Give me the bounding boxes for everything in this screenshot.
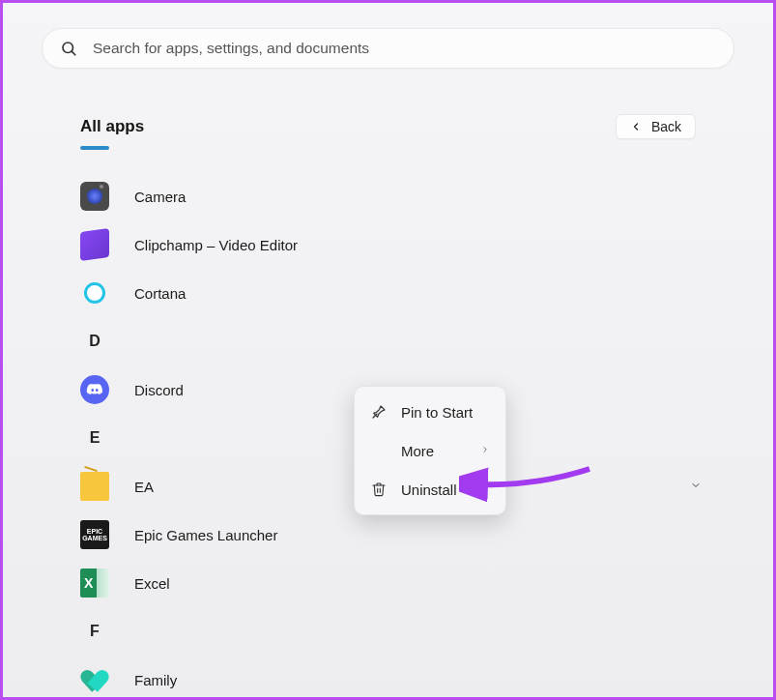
app-excel[interactable]: X Excel <box>80 559 696 607</box>
app-camera[interactable]: Camera <box>80 172 696 220</box>
context-menu: Pin to Start More Uninstall <box>354 386 506 515</box>
letter-f-icon: F <box>80 617 109 646</box>
search-icon <box>60 40 77 57</box>
ea-folder-icon <box>80 472 109 501</box>
app-label-ea: EA <box>134 479 154 495</box>
family-icon <box>80 665 109 694</box>
section-d[interactable]: D <box>80 317 696 365</box>
chevron-down-icon[interactable] <box>690 480 702 494</box>
app-label-camera: Camera <box>134 189 186 205</box>
section-f[interactable]: F <box>80 607 696 656</box>
svg-line-1 <box>72 51 75 55</box>
discord-icon <box>80 375 109 404</box>
epic-games-icon: EPICGAMES <box>80 520 109 549</box>
context-pin-to-start[interactable]: Pin to Start <box>360 393 500 431</box>
camera-icon <box>80 182 109 211</box>
heading-row: All apps Back <box>80 114 696 139</box>
letter-e-icon: E <box>80 423 109 452</box>
app-epic-games[interactable]: EPICGAMES Epic Games Launcher <box>80 510 696 559</box>
app-label-family: Family <box>134 672 177 688</box>
back-button[interactable]: Back <box>616 114 696 139</box>
context-more[interactable]: More <box>360 431 500 470</box>
context-more-label: More <box>401 443 434 459</box>
title-underline <box>80 146 109 150</box>
search-bar[interactable] <box>42 28 734 69</box>
excel-icon: X <box>80 569 109 598</box>
cortana-icon <box>80 278 109 307</box>
chevron-left-icon <box>630 121 642 132</box>
trash-icon <box>368 481 389 497</box>
back-button-label: Back <box>651 119 681 134</box>
context-uninstall-label: Uninstall <box>401 481 457 498</box>
app-label-cortana: Cortana <box>134 285 186 302</box>
app-label-epic: Epic Games Launcher <box>134 527 277 543</box>
letter-d-icon: D <box>80 327 109 356</box>
app-clipchamp[interactable]: Clipchamp – Video Editor <box>80 220 696 269</box>
search-input[interactable] <box>93 40 716 57</box>
context-pin-label: Pin to Start <box>401 404 473 421</box>
app-label-excel: Excel <box>134 575 170 592</box>
app-label-discord: Discord <box>134 382 184 398</box>
app-cortana[interactable]: Cortana <box>80 269 696 317</box>
app-label-clipchamp: Clipchamp – Video Editor <box>134 237 298 253</box>
all-apps-title-text: All apps <box>80 117 144 135</box>
all-apps-title: All apps <box>80 117 144 136</box>
app-family[interactable]: Family <box>80 656 696 700</box>
chevron-right-icon <box>480 444 490 457</box>
pin-icon <box>368 404 389 420</box>
clipchamp-icon <box>80 228 109 261</box>
context-uninstall[interactable]: Uninstall <box>360 470 500 509</box>
